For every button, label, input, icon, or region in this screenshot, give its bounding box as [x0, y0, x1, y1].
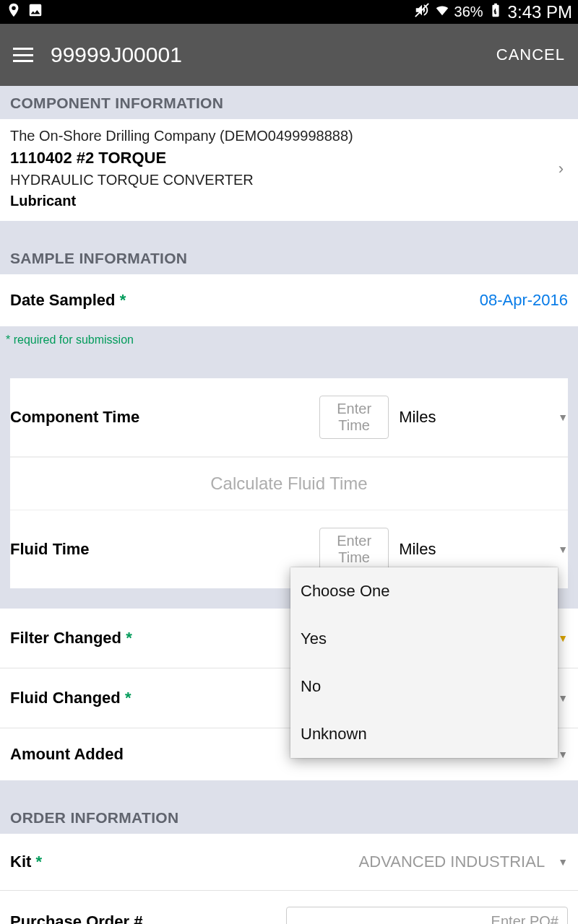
- battery-icon: [488, 2, 504, 22]
- dropdown-option-yes[interactable]: Yes: [290, 615, 558, 663]
- purchase-order-label: Purchase Order #: [10, 912, 142, 925]
- app-bar: 99999J00001 CANCEL: [0, 24, 578, 86]
- wifi-icon: [434, 2, 450, 22]
- purchase-order-row: Purchase Order # Enter PO#: [0, 891, 578, 924]
- image-icon: [27, 2, 43, 22]
- date-sampled-value: 08-Apr-2016: [480, 291, 568, 310]
- component-card[interactable]: The On-Shore Drilling Company (DEMO04999…: [0, 119, 578, 221]
- calculate-fluid-time-button[interactable]: Calculate Fluid Time: [10, 457, 568, 510]
- date-sampled-row[interactable]: Date Sampled * 08-Apr-2016: [0, 274, 578, 326]
- mute-icon: [414, 2, 430, 22]
- component-type: Lubricant: [10, 193, 554, 209]
- section-component-header: COMPONENT INFORMATION: [0, 86, 578, 119]
- kit-row[interactable]: Kit * ADVANCED INDUSTRIAL ▼: [0, 834, 578, 891]
- status-right: 36% 3:43 PM: [414, 2, 572, 22]
- purchase-order-input[interactable]: Enter PO#: [286, 907, 568, 924]
- dropdown-option-choose[interactable]: Choose One: [290, 567, 558, 615]
- caret-down-icon[interactable]: ▼: [558, 692, 568, 704]
- filter-changed-label: Filter Changed *: [10, 629, 132, 648]
- component-time-row: Component Time Enter Time Miles ▼: [10, 378, 568, 457]
- caret-down-icon[interactable]: ▼: [558, 632, 568, 644]
- battery-text: 36%: [454, 4, 483, 20]
- company-name: The On-Shore Drilling Company (DEMO04999…: [10, 128, 554, 144]
- fluid-time-unit[interactable]: Miles: [399, 540, 558, 559]
- component-time-label: Component Time: [10, 408, 139, 427]
- page-title: 99999J00001: [51, 43, 182, 67]
- component-desc: HYDRAULIC TORQUE CONVERTER: [10, 172, 554, 188]
- caret-down-icon[interactable]: ▼: [558, 411, 568, 423]
- component-time-unit[interactable]: Miles: [399, 408, 558, 427]
- location-icon: [6, 2, 22, 22]
- fluid-changed-label: Fluid Changed *: [10, 689, 131, 707]
- component-code: 1110402 #2 TORQUE: [10, 149, 554, 167]
- amount-added-label: Amount Added: [10, 745, 124, 764]
- caret-down-icon[interactable]: ▼: [558, 749, 568, 760]
- status-bar: 36% 3:43 PM: [0, 0, 578, 24]
- cancel-button[interactable]: CANCEL: [496, 45, 565, 64]
- date-sampled-label: Date Sampled *: [10, 291, 126, 310]
- kit-value: ADVANCED INDUSTRIAL: [52, 853, 558, 871]
- clock-text: 3:43 PM: [508, 2, 572, 22]
- menu-icon[interactable]: [13, 48, 33, 62]
- status-left: [6, 2, 43, 22]
- kit-label: Kit *: [10, 853, 42, 871]
- chevron-right-icon: ›: [554, 160, 568, 178]
- fluid-time-label: Fluid Time: [10, 540, 90, 559]
- fluid-time-input[interactable]: Enter Time: [319, 528, 389, 571]
- filter-changed-dropdown: Choose One Yes No Unknown: [290, 567, 558, 758]
- section-order-header: ORDER INFORMATION: [0, 801, 578, 834]
- dropdown-option-unknown[interactable]: Unknown: [290, 710, 558, 758]
- component-time-input[interactable]: Enter Time: [319, 396, 389, 439]
- required-note: * required for submission: [0, 326, 578, 378]
- caret-down-icon[interactable]: ▼: [558, 856, 568, 868]
- caret-down-icon[interactable]: ▼: [558, 544, 568, 555]
- dropdown-option-no[interactable]: No: [290, 663, 558, 710]
- section-sample-header: SAMPLE INFORMATION: [0, 241, 578, 274]
